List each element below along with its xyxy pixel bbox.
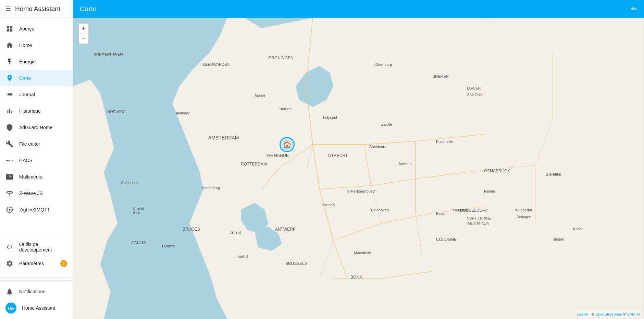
home-marker-house-icon: 🏠 bbox=[283, 140, 292, 149]
sidebar-header: ☰ Home Assistant bbox=[0, 0, 73, 18]
map-attribution: Leaflet | © OpenStreetMap © CARTO bbox=[576, 311, 641, 317]
wrench-icon bbox=[5, 140, 14, 148]
sidebar-item-label-hacs: HACS bbox=[19, 158, 33, 163]
sidebar-divider-1 bbox=[0, 233, 73, 233]
zwave-icon bbox=[5, 189, 14, 197]
sidebar-item-zigbee[interactable]: Zigbee2MQTT bbox=[0, 201, 73, 218]
gear-icon bbox=[5, 259, 14, 268]
page-title: Carte bbox=[80, 5, 97, 13]
home-marker-circle: 🏠 bbox=[280, 137, 295, 152]
bell-icon bbox=[5, 287, 14, 296]
sidebar-divider-2 bbox=[0, 277, 73, 278]
play-box-icon bbox=[5, 173, 14, 181]
sidebar-badge-parametres: 2 bbox=[60, 260, 67, 267]
sidebar-item-zwave[interactable]: Z-Wave JS bbox=[0, 185, 73, 201]
shield-icon bbox=[5, 123, 14, 132]
sidebar-item-label-adguard: AdGuard Home bbox=[19, 125, 52, 130]
sidebar-item-multimedia[interactable]: Multimédia bbox=[0, 169, 73, 185]
sidebar: ☰ Home Assistant AperçuHomeÉnergieCarteJ… bbox=[0, 0, 73, 319]
sidebar-item-parametres[interactable]: Paramètres2 bbox=[0, 255, 73, 272]
sidebar-item-historique[interactable]: Historique bbox=[0, 103, 73, 119]
sidebar-item-label-notifications: Notifications bbox=[19, 289, 45, 294]
sidebar-item-adguard[interactable]: AdGuard Home bbox=[0, 119, 73, 136]
sidebar-item-ha-user[interactable]: HAHome Assistant bbox=[0, 300, 73, 316]
hacs-icon: HACS bbox=[5, 156, 14, 164]
person-pin-icon bbox=[5, 74, 14, 82]
edit-icon[interactable]: ✏ bbox=[631, 5, 637, 13]
app-title: Home Assistant bbox=[15, 5, 60, 13]
list-icon bbox=[5, 90, 14, 99]
sidebar-item-label-journal: Journal bbox=[19, 92, 35, 97]
zigbee-icon bbox=[5, 206, 14, 214]
sidebar-footer: NotificationsHAHome Assistant bbox=[0, 280, 73, 319]
sidebar-item-energie[interactable]: Énergie bbox=[0, 53, 73, 70]
zoom-in-button[interactable]: + bbox=[78, 23, 89, 34]
main-content: Carte ✏ bbox=[73, 0, 644, 319]
zoom-out-button[interactable]: − bbox=[78, 34, 89, 44]
home-marker[interactable]: 🏠 bbox=[280, 137, 295, 152]
sidebar-item-journal[interactable]: Journal bbox=[0, 86, 73, 103]
osm-link[interactable]: OpenStreetMap bbox=[595, 312, 622, 316]
sidebar-item-label-zwave: Z-Wave JS bbox=[19, 191, 43, 196]
bolt-icon bbox=[5, 58, 14, 66]
menu-icon[interactable]: ☰ bbox=[5, 5, 11, 13]
nav-section-main: AperçuHomeÉnergieCarteJournalHistoriqueA… bbox=[0, 18, 73, 230]
sidebar-item-label-parametres: Paramètres bbox=[19, 261, 44, 266]
topbar: Carte ✏ bbox=[73, 0, 644, 18]
nav-section-bottom: Outils de développementParamètres2 bbox=[0, 236, 73, 274]
sidebar-item-apercu[interactable]: Aperçu bbox=[0, 21, 73, 37]
grid-icon bbox=[5, 25, 14, 33]
sidebar-item-label-energie: Énergie bbox=[19, 59, 36, 64]
sidebar-item-dev-tools[interactable]: Outils de développement bbox=[0, 239, 73, 255]
carto-link[interactable]: CARTO bbox=[627, 312, 640, 316]
sidebar-item-home[interactable]: Home bbox=[0, 37, 73, 53]
sidebar-item-label-ha-user: Home Assistant bbox=[22, 305, 55, 311]
sidebar-item-label-file-editor: File editor bbox=[19, 141, 40, 147]
sidebar-item-label-historique: Historique bbox=[19, 108, 41, 114]
sidebar-item-label-zigbee: Zigbee2MQTT bbox=[19, 207, 50, 212]
sidebar-item-label-dev-tools: Outils de développement bbox=[19, 242, 67, 253]
map-container[interactable]: BREMERHAVEN LEEUWARDEN GRONINGEN Oldenbu… bbox=[73, 18, 644, 319]
leaflet-link[interactable]: Leaflet bbox=[577, 312, 589, 316]
sidebar-item-carte[interactable]: Carte bbox=[0, 70, 73, 86]
sidebar-item-label-apercu: Aperçu bbox=[19, 26, 34, 32]
dev-icon bbox=[5, 243, 14, 251]
map-controls: + − bbox=[78, 23, 89, 44]
bar-chart-icon bbox=[5, 107, 14, 115]
sidebar-item-hacs[interactable]: HACSHACS bbox=[0, 152, 73, 169]
avatar: HA bbox=[5, 303, 16, 314]
home-icon bbox=[5, 41, 14, 49]
sidebar-item-label-multimedia: Multimédia bbox=[19, 174, 42, 180]
svg-point-0 bbox=[9, 209, 11, 211]
sidebar-item-label-home: Home bbox=[19, 42, 32, 48]
sidebar-item-notifications[interactable]: Notifications bbox=[0, 283, 73, 300]
map-background bbox=[73, 18, 644, 319]
sidebar-item-label-carte: Carte bbox=[19, 75, 31, 81]
sidebar-item-file-editor[interactable]: File editor bbox=[0, 136, 73, 152]
